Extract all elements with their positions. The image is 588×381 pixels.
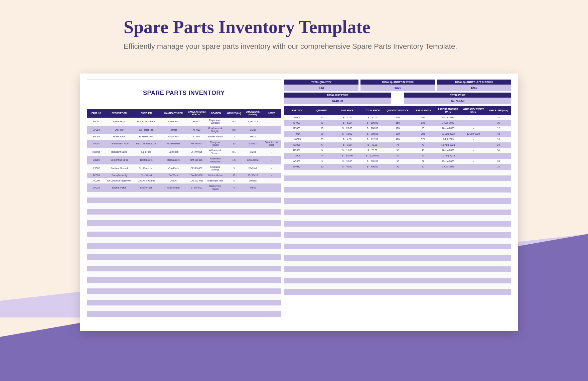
table-cell: 2-Aug-2023 bbox=[436, 120, 461, 126]
table-cell: 190 bbox=[410, 115, 435, 120]
empty-row bbox=[284, 227, 511, 232]
table-row: TC008Tires (Set of 4)Tire WorldTireWorld… bbox=[87, 173, 281, 178]
table-cell: AC009 bbox=[284, 159, 309, 164]
table-cell: $ 15.00 bbox=[335, 148, 360, 153]
summary-row-1: TOTAL QUANTITY 113 TOTAL QUANTITY IN STO… bbox=[284, 80, 511, 91]
table-cell: BeltMasters bbox=[160, 156, 187, 164]
table-row: EP01010$ 40.00$ 400.0050405-Aug-2023-24 bbox=[284, 164, 511, 169]
table-cell: - bbox=[262, 164, 281, 173]
table-row: TF00420$ 10.00$ 200.0030028010-Jun-20231… bbox=[284, 131, 511, 137]
empty-row bbox=[87, 198, 281, 203]
right-table: PART NOQUANTITYUNIT PRICETOTAL PRICEQUAN… bbox=[284, 106, 511, 295]
table-cell: 5 bbox=[225, 178, 243, 183]
table-cell: 10 bbox=[309, 115, 334, 120]
table-cell: 24 bbox=[486, 115, 511, 120]
page-subtitle: Efficiently manage your spare parts inve… bbox=[124, 42, 588, 51]
empty-row bbox=[284, 278, 511, 283]
table-cell: Brake Pads bbox=[106, 134, 133, 139]
table-cell: FluidMasters bbox=[160, 140, 187, 148]
empty-row bbox=[284, 204, 511, 210]
table-cell: 12 bbox=[486, 126, 511, 131]
table-cell: 27 bbox=[410, 159, 435, 164]
table-cell: Spark Plugs bbox=[106, 118, 133, 126]
empty-row bbox=[284, 261, 511, 266]
table-cell: EngineTech bbox=[133, 183, 160, 192]
right-header-cell: UNIT PRICE bbox=[335, 106, 360, 115]
table-cell: LightTech bbox=[160, 148, 187, 156]
table-cell: $ 10.00 bbox=[335, 131, 360, 137]
table-cell: 2x2x4 bbox=[243, 148, 262, 156]
table-cell: 3 bbox=[309, 159, 334, 164]
table-cell: CoolAir bbox=[160, 178, 187, 183]
left-header-cell: NOTES bbox=[262, 109, 281, 118]
table-cell: ET-EP-010 bbox=[187, 183, 206, 192]
table-cell: - bbox=[461, 115, 486, 120]
table-cell: 30 bbox=[385, 159, 410, 164]
right-header-cell: QUANTITY IN STOCK bbox=[385, 106, 410, 115]
table-cell: RS007 bbox=[284, 148, 309, 153]
table-cell: 6x6x12 bbox=[243, 140, 262, 148]
table-cell: TireWorld bbox=[160, 173, 187, 178]
table-cell: RS007 bbox=[87, 164, 106, 173]
total-quantity-label: TOTAL QUANTITY bbox=[284, 80, 358, 85]
left-header-cell: DIMENSIONS (inches) bbox=[243, 109, 262, 118]
empty-row bbox=[87, 237, 281, 243]
table-row: TC0085$ 300.00$ 1,500.00201510-Aug-2023-… bbox=[284, 153, 511, 158]
table-cell: SB006 bbox=[284, 142, 309, 148]
table-cell: BrakeTech bbox=[160, 134, 187, 139]
left-table: PART NODESCRIPTIONSUPPLIERMANUFACTURERMA… bbox=[87, 109, 281, 317]
left-header-cell: MANUFACTURER bbox=[160, 109, 187, 118]
table-cell: - bbox=[262, 178, 281, 183]
table-cell: $ 2.50 bbox=[335, 115, 360, 120]
table-cell: Pinegrove Haven bbox=[206, 140, 225, 148]
table-cell: SP001 bbox=[284, 115, 309, 120]
table-cell: 24 bbox=[486, 164, 511, 169]
table-row: BP003Brake PadsBrakeMastersBrakeTechBT-0… bbox=[87, 134, 281, 139]
table-cell: TF004 bbox=[284, 131, 309, 137]
empty-row bbox=[87, 266, 281, 271]
table-cell: 15-Aug-2023 bbox=[436, 142, 461, 148]
empty-row bbox=[284, 283, 511, 289]
right-header-cell: LEFT IN STOCK bbox=[410, 106, 435, 115]
table-cell: BeltMasters bbox=[133, 156, 160, 164]
table-cell: Store in cool place bbox=[262, 140, 281, 148]
table-cell: - bbox=[461, 126, 486, 131]
right-header-cell: TOTAL PRICE bbox=[360, 106, 385, 115]
right-header-cell: QUANTITY bbox=[309, 106, 334, 115]
table-cell: 2 bbox=[225, 134, 243, 139]
empty-row bbox=[87, 254, 281, 260]
table-cell: 5 bbox=[309, 142, 334, 148]
table-cell: XF-002 bbox=[187, 126, 206, 134]
empty-row bbox=[87, 288, 281, 294]
table-cell: 90 bbox=[410, 126, 435, 131]
table-cell: 70 bbox=[410, 142, 435, 148]
left-header-cell: LOCATION bbox=[206, 109, 225, 118]
table-cell: $ 4.50 bbox=[335, 137, 360, 142]
table-row: SB0065$ 8.00$ 40.00757015-Aug-2023-24 bbox=[284, 142, 511, 148]
table-cell: 1.5x1.5x3 bbox=[243, 118, 262, 126]
table-row: AC009Air Conditioning BlowerCoolAir Syst… bbox=[87, 178, 281, 183]
table-cell: - bbox=[262, 156, 281, 164]
table-cell: Greenfield Park bbox=[206, 178, 225, 183]
table-row: SP002Oil FilterGo Filters Inc.FiltrateXF… bbox=[87, 126, 281, 134]
table-cell: 10-Aug-2023 bbox=[436, 153, 461, 158]
table-cell: 20x16x2 bbox=[243, 164, 262, 173]
table-cell: 100 bbox=[385, 126, 410, 131]
table-cell: Silverlake Springs bbox=[206, 164, 225, 173]
left-header-cell: PART NO bbox=[87, 109, 106, 118]
table-cell: SB006 bbox=[87, 156, 106, 164]
table-cell: LightTech bbox=[133, 148, 160, 156]
table-cell: 36 bbox=[486, 148, 511, 153]
table-cell: 0.5 bbox=[225, 126, 243, 134]
empty-row bbox=[284, 215, 511, 221]
table-cell: - bbox=[461, 120, 486, 126]
table-row: SP00110$ 2.50$ 25.0020019015-Jul-2023-24 bbox=[284, 115, 511, 120]
table-cell: 24 bbox=[486, 159, 511, 164]
right-header-cell: PART NO bbox=[284, 106, 309, 115]
table-cell: - bbox=[262, 173, 281, 178]
table-row: RS0075$ 15.00$ 75.00504520-Jul-2023-36 bbox=[284, 148, 511, 153]
table-cell: 80 bbox=[225, 173, 243, 178]
table-row: TF004Transmission FluidFluid Dynamics Co… bbox=[87, 140, 281, 148]
table-cell: BT-003 bbox=[187, 134, 206, 139]
table-cell: 15-Jul-2023 bbox=[436, 115, 461, 120]
